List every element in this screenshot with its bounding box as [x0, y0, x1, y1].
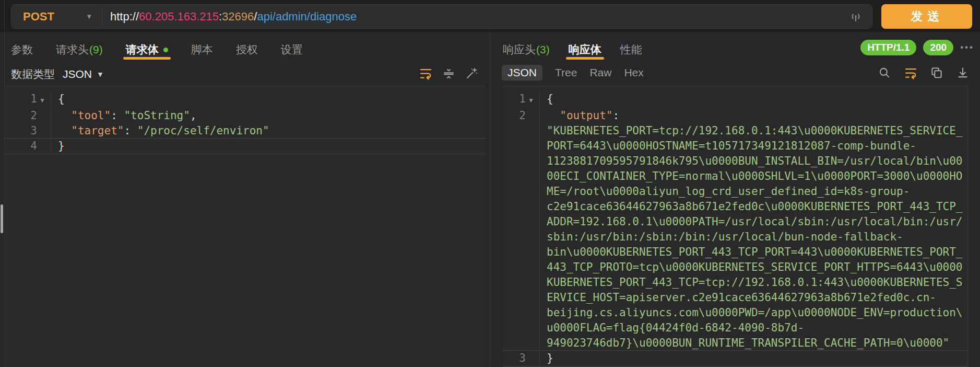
data-type-value: JSON [63, 68, 92, 81]
data-type-select[interactable]: JSON ▼ [55, 68, 104, 81]
chevron-down-icon: ▼ [97, 70, 104, 78]
code-line: 1 ▼ { [503, 91, 967, 108]
request-editor-toolbar [418, 65, 479, 81]
topbar: POST ▼ http://60.205.163.215:32696/api/a… [0, 0, 980, 33]
token: "/proc/self/environ" [137, 124, 269, 137]
tab-script[interactable]: 脚本 [191, 43, 213, 56]
active-tab-underline [123, 57, 171, 60]
tab-label: 请求体 [126, 43, 159, 56]
response-body-editor[interactable]: 1 ▼ { 2 "output": "KUBERNETES_PORT=tcp:/… [503, 86, 968, 367]
response-view-modes: JSON Tree Raw Hex [502, 65, 644, 81]
url-scheme: http:// [110, 10, 139, 23]
gutter: 1 ▼ [5, 91, 51, 108]
more-options-icon[interactable]: ••• [960, 42, 974, 53]
token: { [547, 93, 553, 105]
word-wrap-icon[interactable] [418, 65, 433, 81]
tab-label: 响应体 [569, 43, 601, 56]
code-text: } [539, 351, 968, 366]
token: "output" [560, 109, 612, 122]
code-line: 3 "target": "/proc/self/environ" [5, 123, 486, 139]
code-text: { [539, 91, 968, 107]
code-text: "output": "KUBERNETES_PORT=tcp://192.168… [539, 108, 968, 351]
token: { [58, 93, 65, 105]
active-tab-underline [566, 57, 604, 60]
view-mode-tree[interactable]: Tree [555, 66, 577, 79]
download-icon[interactable] [955, 65, 971, 81]
method-label: POST [23, 10, 54, 24]
token: "KUBERNETES_PORT=tcp://192.168.0.1:443\u… [547, 124, 963, 349]
tab-request-headers[interactable]: 请求头(9) [56, 43, 103, 56]
code-line: 2 "output": "KUBERNETES_PORT=tcp://192.1… [503, 108, 967, 351]
collapse-lines-icon[interactable] [441, 65, 456, 81]
token: "toString" [124, 109, 190, 122]
view-mode-json[interactable]: JSON [502, 65, 542, 81]
tab-label: 请求头 [56, 43, 89, 56]
tab-params[interactable]: 参数 [11, 43, 33, 56]
gutter: 1 ▼ [503, 91, 539, 108]
line-number: 1 [30, 91, 37, 108]
view-mode-raw[interactable]: Raw [589, 66, 611, 79]
tab-response-headers[interactable]: 响应头(3) [503, 43, 550, 56]
api-client-window: POST ▼ http://60.205.163.215:32696/api/a… [0, 0, 980, 367]
code-text: } [51, 139, 486, 154]
gutter: 3 [503, 351, 539, 366]
status-code-badge: 200 [923, 40, 953, 55]
tab-label: 性能 [620, 43, 642, 56]
gutter: 3 [5, 123, 51, 139]
modified-dot [163, 48, 168, 52]
tab-label: 参数 [11, 43, 33, 56]
fold-caret-icon[interactable]: ▼ [529, 97, 533, 104]
word-wrap-icon[interactable] [903, 65, 918, 81]
token: "target" [71, 124, 124, 137]
sidebar-handle[interactable] [1, 204, 3, 233]
line-number: 3 [519, 351, 526, 366]
line-number: 2 [519, 108, 526, 123]
token: : [124, 124, 137, 137]
request-body-editor[interactable]: 1 ▼ { 2 "tool": "toString", 3 "target": … [5, 86, 486, 367]
token: } [58, 140, 65, 152]
gutter: 2 [5, 108, 51, 123]
tab-label: 设置 [281, 43, 303, 56]
url-port: 32696 [222, 10, 254, 23]
response-tabs: 响应头(3) 响应体 性能 [503, 43, 642, 56]
response-toolbar [877, 65, 971, 81]
code-line-active: 4 } [5, 139, 486, 154]
code-line: 2 "tool": "toString", [5, 108, 486, 123]
method-select[interactable]: POST ▼ [11, 5, 102, 28]
line-number: 1 [519, 91, 526, 108]
tab-count: (9) [89, 43, 103, 56]
line-number: 4 [30, 139, 37, 154]
token: , [190, 109, 197, 122]
gutter: 4 [5, 139, 51, 154]
token: : [111, 109, 124, 122]
copy-icon[interactable] [929, 65, 944, 81]
format-beautify-wand-icon[interactable] [464, 65, 479, 81]
url-input[interactable]: http://60.205.163.215:32696/api/admin/di… [102, 10, 848, 24]
realtime-signal-icon[interactable] [848, 9, 864, 25]
line-number: 3 [30, 123, 37, 139]
tab-auth[interactable]: 授权 [236, 43, 258, 56]
tab-label: 脚本 [191, 43, 213, 56]
fold-caret-icon[interactable]: ▼ [40, 97, 44, 104]
token [58, 124, 71, 137]
code-text: { [51, 91, 486, 107]
line-number: 2 [30, 108, 37, 123]
token: } [547, 352, 553, 364]
tab-label: 响应头 [503, 43, 536, 56]
data-type-row: 数据类型 JSON ▼ [11, 66, 104, 82]
response-status: HTTP/1.1 200 ••• [860, 40, 974, 55]
send-button[interactable]: 发送 [881, 4, 972, 29]
tab-performance[interactable]: 性能 [620, 43, 642, 56]
tab-settings[interactable]: 设置 [281, 43, 303, 56]
code-line: 1 ▼ { [5, 91, 486, 108]
chevron-down-icon: ▼ [86, 13, 92, 20]
code-line-active: 3 } [503, 351, 967, 366]
view-mode-hex[interactable]: Hex [624, 66, 643, 79]
tab-request-body[interactable]: 请求体 [126, 43, 168, 56]
search-icon[interactable] [877, 65, 892, 81]
data-type-label: 数据类型 [11, 67, 55, 82]
code-text: "tool": "toString", [51, 108, 486, 123]
tab-response-body[interactable]: 响应体 [569, 43, 601, 56]
request-bar: POST ▼ http://60.205.163.215:32696/api/a… [11, 4, 872, 29]
gutter: 2 [503, 108, 539, 123]
